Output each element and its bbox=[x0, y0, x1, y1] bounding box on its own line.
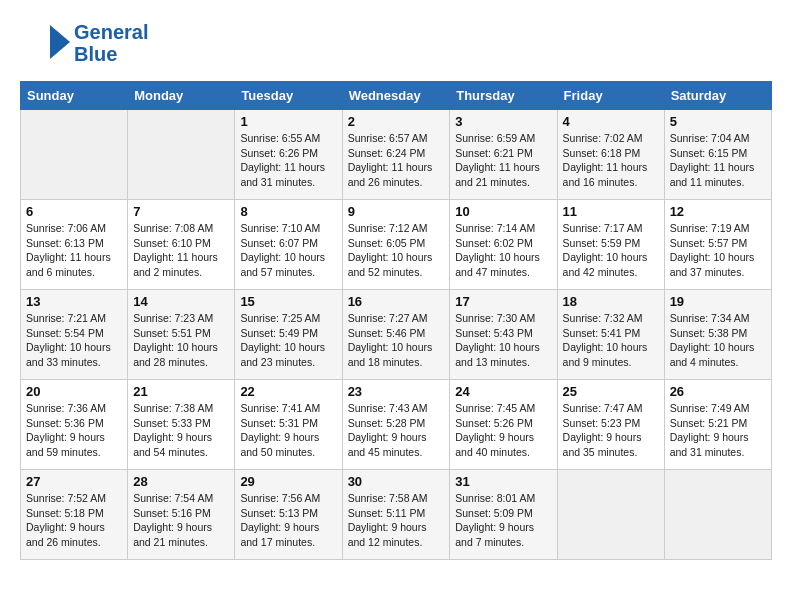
logo-text: GeneralBlue bbox=[74, 21, 148, 65]
day-number: 16 bbox=[348, 294, 445, 309]
day-number: 1 bbox=[240, 114, 336, 129]
calendar-cell: 23Sunrise: 7:43 AM Sunset: 5:28 PM Dayli… bbox=[342, 380, 450, 470]
weekday-header-saturday: Saturday bbox=[664, 82, 771, 110]
calendar-week-1: 1Sunrise: 6:55 AM Sunset: 6:26 PM Daylig… bbox=[21, 110, 772, 200]
calendar-cell: 16Sunrise: 7:27 AM Sunset: 5:46 PM Dayli… bbox=[342, 290, 450, 380]
day-info: Sunrise: 7:58 AM Sunset: 5:11 PM Dayligh… bbox=[348, 491, 445, 550]
calendar-cell: 15Sunrise: 7:25 AM Sunset: 5:49 PM Dayli… bbox=[235, 290, 342, 380]
day-number: 6 bbox=[26, 204, 122, 219]
calendar-table: SundayMondayTuesdayWednesdayThursdayFrid… bbox=[20, 81, 772, 560]
day-number: 14 bbox=[133, 294, 229, 309]
calendar-cell: 25Sunrise: 7:47 AM Sunset: 5:23 PM Dayli… bbox=[557, 380, 664, 470]
day-info: Sunrise: 7:56 AM Sunset: 5:13 PM Dayligh… bbox=[240, 491, 336, 550]
day-number: 10 bbox=[455, 204, 551, 219]
calendar-cell: 6Sunrise: 7:06 AM Sunset: 6:13 PM Daylig… bbox=[21, 200, 128, 290]
day-number: 27 bbox=[26, 474, 122, 489]
day-number: 31 bbox=[455, 474, 551, 489]
day-info: Sunrise: 7:10 AM Sunset: 6:07 PM Dayligh… bbox=[240, 221, 336, 280]
day-number: 8 bbox=[240, 204, 336, 219]
weekday-header-tuesday: Tuesday bbox=[235, 82, 342, 110]
calendar-cell: 18Sunrise: 7:32 AM Sunset: 5:41 PM Dayli… bbox=[557, 290, 664, 380]
day-info: Sunrise: 7:45 AM Sunset: 5:26 PM Dayligh… bbox=[455, 401, 551, 460]
day-number: 22 bbox=[240, 384, 336, 399]
day-info: Sunrise: 7:21 AM Sunset: 5:54 PM Dayligh… bbox=[26, 311, 122, 370]
day-info: Sunrise: 7:08 AM Sunset: 6:10 PM Dayligh… bbox=[133, 221, 229, 280]
calendar-cell: 11Sunrise: 7:17 AM Sunset: 5:59 PM Dayli… bbox=[557, 200, 664, 290]
calendar-cell bbox=[128, 110, 235, 200]
day-info: Sunrise: 7:12 AM Sunset: 6:05 PM Dayligh… bbox=[348, 221, 445, 280]
weekday-header-thursday: Thursday bbox=[450, 82, 557, 110]
day-number: 26 bbox=[670, 384, 766, 399]
day-number: 28 bbox=[133, 474, 229, 489]
day-info: Sunrise: 7:52 AM Sunset: 5:18 PM Dayligh… bbox=[26, 491, 122, 550]
calendar-cell: 5Sunrise: 7:04 AM Sunset: 6:15 PM Daylig… bbox=[664, 110, 771, 200]
page-header: GeneralBlue bbox=[20, 20, 772, 65]
day-info: Sunrise: 7:41 AM Sunset: 5:31 PM Dayligh… bbox=[240, 401, 336, 460]
day-info: Sunrise: 7:25 AM Sunset: 5:49 PM Dayligh… bbox=[240, 311, 336, 370]
day-info: Sunrise: 6:59 AM Sunset: 6:21 PM Dayligh… bbox=[455, 131, 551, 190]
calendar-cell: 20Sunrise: 7:36 AM Sunset: 5:36 PM Dayli… bbox=[21, 380, 128, 470]
weekday-header-row: SundayMondayTuesdayWednesdayThursdayFrid… bbox=[21, 82, 772, 110]
calendar-cell: 27Sunrise: 7:52 AM Sunset: 5:18 PM Dayli… bbox=[21, 470, 128, 560]
day-info: Sunrise: 7:17 AM Sunset: 5:59 PM Dayligh… bbox=[563, 221, 659, 280]
day-number: 7 bbox=[133, 204, 229, 219]
day-number: 24 bbox=[455, 384, 551, 399]
calendar-cell: 17Sunrise: 7:30 AM Sunset: 5:43 PM Dayli… bbox=[450, 290, 557, 380]
calendar-cell: 29Sunrise: 7:56 AM Sunset: 5:13 PM Dayli… bbox=[235, 470, 342, 560]
day-number: 19 bbox=[670, 294, 766, 309]
day-info: Sunrise: 7:27 AM Sunset: 5:46 PM Dayligh… bbox=[348, 311, 445, 370]
day-info: Sunrise: 6:57 AM Sunset: 6:24 PM Dayligh… bbox=[348, 131, 445, 190]
calendar-cell: 3Sunrise: 6:59 AM Sunset: 6:21 PM Daylig… bbox=[450, 110, 557, 200]
calendar-cell: 2Sunrise: 6:57 AM Sunset: 6:24 PM Daylig… bbox=[342, 110, 450, 200]
day-info: Sunrise: 7:04 AM Sunset: 6:15 PM Dayligh… bbox=[670, 131, 766, 190]
calendar-cell: 8Sunrise: 7:10 AM Sunset: 6:07 PM Daylig… bbox=[235, 200, 342, 290]
calendar-cell: 4Sunrise: 7:02 AM Sunset: 6:18 PM Daylig… bbox=[557, 110, 664, 200]
day-info: Sunrise: 7:49 AM Sunset: 5:21 PM Dayligh… bbox=[670, 401, 766, 460]
day-info: Sunrise: 7:06 AM Sunset: 6:13 PM Dayligh… bbox=[26, 221, 122, 280]
calendar-cell bbox=[557, 470, 664, 560]
calendar-cell: 28Sunrise: 7:54 AM Sunset: 5:16 PM Dayli… bbox=[128, 470, 235, 560]
calendar-cell bbox=[664, 470, 771, 560]
svg-marker-0 bbox=[50, 25, 70, 59]
calendar-week-2: 6Sunrise: 7:06 AM Sunset: 6:13 PM Daylig… bbox=[21, 200, 772, 290]
day-number: 12 bbox=[670, 204, 766, 219]
day-info: Sunrise: 7:54 AM Sunset: 5:16 PM Dayligh… bbox=[133, 491, 229, 550]
weekday-header-friday: Friday bbox=[557, 82, 664, 110]
day-number: 2 bbox=[348, 114, 445, 129]
calendar-cell: 12Sunrise: 7:19 AM Sunset: 5:57 PM Dayli… bbox=[664, 200, 771, 290]
day-info: Sunrise: 7:43 AM Sunset: 5:28 PM Dayligh… bbox=[348, 401, 445, 460]
weekday-header-wednesday: Wednesday bbox=[342, 82, 450, 110]
calendar-cell: 10Sunrise: 7:14 AM Sunset: 6:02 PM Dayli… bbox=[450, 200, 557, 290]
day-number: 21 bbox=[133, 384, 229, 399]
day-number: 4 bbox=[563, 114, 659, 129]
calendar-week-5: 27Sunrise: 7:52 AM Sunset: 5:18 PM Dayli… bbox=[21, 470, 772, 560]
day-number: 13 bbox=[26, 294, 122, 309]
day-info: Sunrise: 7:30 AM Sunset: 5:43 PM Dayligh… bbox=[455, 311, 551, 370]
day-info: Sunrise: 7:38 AM Sunset: 5:33 PM Dayligh… bbox=[133, 401, 229, 460]
day-info: Sunrise: 7:19 AM Sunset: 5:57 PM Dayligh… bbox=[670, 221, 766, 280]
day-info: Sunrise: 7:47 AM Sunset: 5:23 PM Dayligh… bbox=[563, 401, 659, 460]
calendar-cell: 7Sunrise: 7:08 AM Sunset: 6:10 PM Daylig… bbox=[128, 200, 235, 290]
day-info: Sunrise: 7:32 AM Sunset: 5:41 PM Dayligh… bbox=[563, 311, 659, 370]
logo-container: GeneralBlue bbox=[20, 20, 148, 65]
calendar-cell: 9Sunrise: 7:12 AM Sunset: 6:05 PM Daylig… bbox=[342, 200, 450, 290]
calendar-cell: 14Sunrise: 7:23 AM Sunset: 5:51 PM Dayli… bbox=[128, 290, 235, 380]
calendar-cell: 19Sunrise: 7:34 AM Sunset: 5:38 PM Dayli… bbox=[664, 290, 771, 380]
day-number: 30 bbox=[348, 474, 445, 489]
day-info: Sunrise: 8:01 AM Sunset: 5:09 PM Dayligh… bbox=[455, 491, 551, 550]
day-number: 25 bbox=[563, 384, 659, 399]
calendar-cell: 24Sunrise: 7:45 AM Sunset: 5:26 PM Dayli… bbox=[450, 380, 557, 470]
calendar-cell: 30Sunrise: 7:58 AM Sunset: 5:11 PM Dayli… bbox=[342, 470, 450, 560]
calendar-cell: 31Sunrise: 8:01 AM Sunset: 5:09 PM Dayli… bbox=[450, 470, 557, 560]
day-info: Sunrise: 7:14 AM Sunset: 6:02 PM Dayligh… bbox=[455, 221, 551, 280]
day-number: 18 bbox=[563, 294, 659, 309]
calendar-cell: 26Sunrise: 7:49 AM Sunset: 5:21 PM Dayli… bbox=[664, 380, 771, 470]
day-number: 29 bbox=[240, 474, 336, 489]
calendar-cell: 22Sunrise: 7:41 AM Sunset: 5:31 PM Dayli… bbox=[235, 380, 342, 470]
day-number: 5 bbox=[670, 114, 766, 129]
calendar-cell bbox=[21, 110, 128, 200]
calendar-cell: 1Sunrise: 6:55 AM Sunset: 6:26 PM Daylig… bbox=[235, 110, 342, 200]
day-info: Sunrise: 7:23 AM Sunset: 5:51 PM Dayligh… bbox=[133, 311, 229, 370]
day-number: 15 bbox=[240, 294, 336, 309]
calendar-cell: 21Sunrise: 7:38 AM Sunset: 5:33 PM Dayli… bbox=[128, 380, 235, 470]
